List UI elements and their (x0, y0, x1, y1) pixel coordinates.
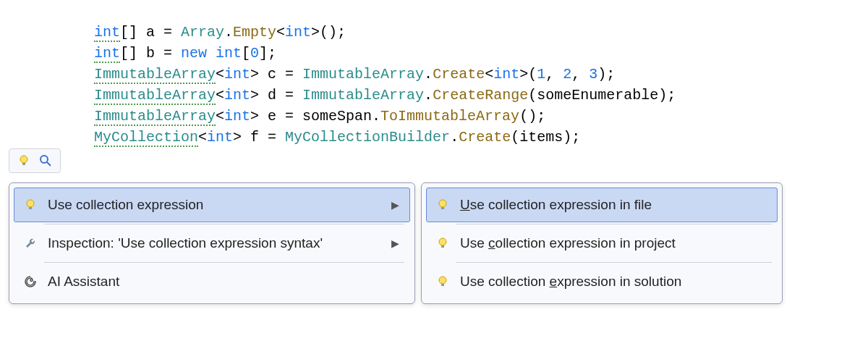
menu-item[interactable]: Use collection expression▶ (14, 188, 410, 222)
menu-item[interactable]: Inspection: 'Use collection expression s… (14, 226, 410, 261)
code-line: ImmutableArray<int> c = ImmutableArray.C… (94, 64, 868, 85)
code-line: ImmutableArray<int> e = someSpan.ToImmut… (94, 106, 868, 127)
menu-item-label: Use collection expression (48, 197, 383, 213)
submenu-item-label: Use collection expression in solution (460, 274, 767, 290)
code-line: ImmutableArray<int> d = ImmutableArray.C… (94, 85, 868, 106)
quick-fix-submenu: Use collection expression in fileUse col… (421, 182, 783, 304)
svg-point-8 (439, 238, 446, 245)
bulb-icon (15, 152, 33, 169)
code-line: int[] a = Array.Empty<int>(); (94, 22, 868, 43)
wrench-icon (22, 235, 39, 252)
menu-item-label: Inspection: 'Use collection expression s… (48, 235, 383, 251)
svg-rect-11 (441, 284, 444, 286)
menu-separator (456, 262, 772, 263)
menu-item[interactable]: AI Assistant (14, 264, 410, 299)
submenu-item[interactable]: Use collection expression in solution (426, 264, 778, 299)
svg-point-2 (41, 156, 48, 163)
search-icon (37, 152, 54, 169)
bulb-icon (434, 273, 451, 290)
submenu-item-label: Use collection expression in file (460, 197, 767, 213)
menu-separator (44, 224, 404, 224)
submenu-item[interactable]: Use collection expression in file (426, 188, 778, 222)
code-line: int[] b = new int[0]; (94, 43, 868, 64)
menu-separator (44, 262, 404, 263)
svg-rect-9 (441, 245, 444, 248)
code-editor[interactable]: int[] a = Array.Empty<int>();int[] b = n… (0, 0, 868, 148)
menu-item-label: AI Assistant (48, 274, 399, 290)
menu-separator (456, 224, 772, 224)
bulb-icon (434, 196, 451, 214)
submenu-item[interactable]: Use collection expression in project (426, 226, 778, 261)
svg-rect-5 (29, 207, 32, 209)
code-line: MyCollection<int> f = MyCollectionBuilde… (94, 127, 868, 148)
svg-point-10 (439, 277, 446, 284)
chevron-right-icon: ▶ (391, 199, 399, 211)
quick-fix-gutter[interactable] (9, 148, 61, 173)
bulb-icon (22, 196, 39, 214)
swirl-icon (22, 273, 39, 290)
chevron-right-icon: ▶ (391, 237, 399, 249)
svg-rect-1 (22, 163, 25, 165)
svg-rect-7 (441, 207, 444, 209)
quick-fix-menu: Use collection expression▶Inspection: 'U… (9, 182, 415, 304)
svg-line-3 (47, 162, 51, 166)
bulb-icon (434, 235, 451, 252)
svg-point-4 (27, 200, 34, 207)
svg-point-6 (439, 200, 446, 207)
svg-point-0 (20, 156, 27, 163)
submenu-item-label: Use collection expression in project (460, 235, 767, 251)
